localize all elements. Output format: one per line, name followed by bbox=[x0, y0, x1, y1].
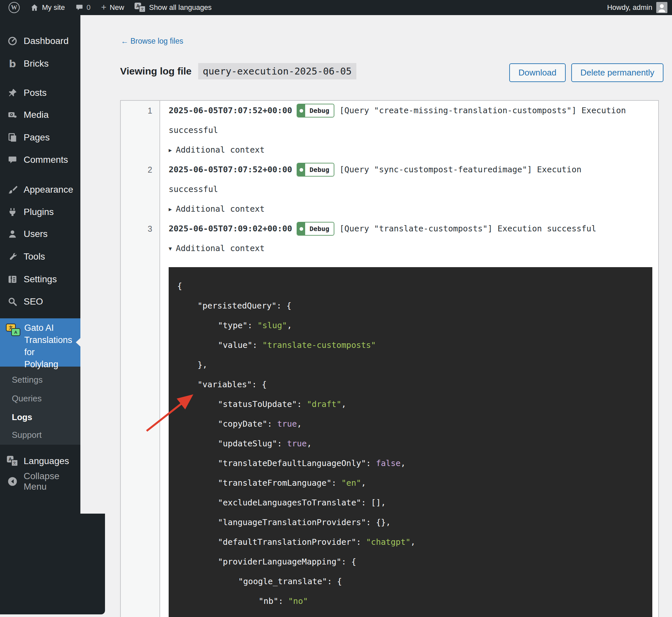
comments-icon bbox=[7, 154, 18, 166]
sidebar-item-comments[interactable]: Comments bbox=[0, 150, 80, 169]
sidebar-item-dashboard[interactable]: Dashboard bbox=[0, 31, 80, 50]
badge-dot-icon bbox=[297, 222, 305, 235]
code-line: "statusToUpdate": "draft", bbox=[169, 395, 652, 414]
log-message: [Query "sync-custompost-featuredimage"] … bbox=[340, 160, 582, 180]
sidebar-item-seo[interactable]: SEO bbox=[0, 292, 80, 311]
sidebar-subitem-queries[interactable]: Queries bbox=[0, 391, 80, 406]
sidebar-item-label: Collapse Menu bbox=[24, 471, 80, 492]
show-all-languages-button[interactable]: A文 Show all languages bbox=[129, 0, 217, 15]
languages-icon: A 文 bbox=[7, 455, 18, 467]
admin-sidebar: Dashboard b Bricks Posts Media Pages Com… bbox=[0, 0, 80, 614]
sidebar-subitem-support[interactable]: Support bbox=[0, 428, 80, 442]
wordpress-logo-button[interactable]: W bbox=[0, 0, 25, 15]
line-number: 1 bbox=[121, 101, 160, 121]
code-line: "excludeLanguagesToTranslate": [], bbox=[169, 493, 652, 512]
additional-context-label: Additional context bbox=[176, 145, 265, 155]
sidebar-item-label: Users bbox=[24, 229, 48, 239]
home-icon bbox=[30, 3, 39, 12]
sidebar-item-label: Pages bbox=[24, 132, 49, 143]
comments-indicator[interactable]: 0 bbox=[70, 0, 96, 15]
plus-icon: + bbox=[101, 3, 106, 12]
log-message-wrap: successful bbox=[169, 180, 654, 199]
sidebar-item-label: Plugins bbox=[24, 207, 54, 217]
download-button[interactable]: Download bbox=[509, 63, 566, 82]
code-line: "defaultTranslationProvider": "chatgpt", bbox=[169, 532, 652, 552]
sidebar-item-appearance[interactable]: Appearance bbox=[0, 180, 80, 199]
sidebar-item-collapse[interactable]: Collapse Menu bbox=[0, 472, 80, 491]
sidebar-subitem-logs[interactable]: Logs bbox=[0, 410, 80, 424]
sidebar-item-label: Media bbox=[24, 110, 48, 120]
log-entry-line: 2025-06-05T07:09:02+00:00Debug[Query "tr… bbox=[169, 219, 654, 239]
wordpress-logo-icon: W bbox=[9, 2, 20, 13]
log-entry-line: 2025-06-05T07:07:52+00:00Debug[Query "cr… bbox=[169, 101, 654, 121]
additional-context-label: Additional context bbox=[176, 204, 265, 214]
sidebar-item-settings[interactable]: Settings bbox=[0, 270, 80, 289]
sidebar-item-languages[interactable]: A 文 Languages bbox=[0, 452, 80, 471]
gato-ai-icon: 文A bbox=[6, 324, 20, 336]
sidebar-item-label: Appearance bbox=[24, 184, 73, 195]
chevron-right-icon: ▶ bbox=[169, 141, 172, 160]
log-timestamp: 2025-06-05T07:09:02+00:00 bbox=[169, 219, 292, 239]
submenu-label: Logs bbox=[12, 412, 32, 422]
badge-dot-icon bbox=[297, 164, 305, 176]
plugin-icon bbox=[7, 206, 18, 218]
code-line: "type": "slug", bbox=[169, 316, 652, 336]
admin-top-bar: W My site 0 + New A文 Show all languages … bbox=[0, 0, 672, 15]
pushpin-icon bbox=[7, 87, 18, 99]
badge-dot-icon bbox=[297, 105, 305, 117]
delete-permanently-button[interactable]: Delete permanently bbox=[571, 63, 663, 82]
magnifier-icon bbox=[7, 296, 18, 307]
sidebar-subitem-settings[interactable]: Settings bbox=[0, 373, 80, 387]
sidebar-item-label: Languages bbox=[24, 456, 69, 466]
additional-context-label: Additional context bbox=[176, 243, 265, 253]
sidebar-item-tools[interactable]: Tools bbox=[0, 247, 80, 266]
plugin-submenu: Settings Queries Logs Support bbox=[0, 367, 80, 445]
media-icon bbox=[7, 109, 18, 121]
code-line: "nb": "no" bbox=[169, 591, 652, 611]
sidebar-item-label: Tools bbox=[24, 251, 45, 262]
sidebar-item-label: Dashboard bbox=[24, 36, 68, 46]
debug-level-badge: Debug bbox=[297, 222, 334, 236]
sidebar-item-gato-ai-translations[interactable]: 文A Gato AI Translations for Polylang bbox=[0, 318, 80, 367]
settings-icon bbox=[7, 273, 18, 285]
log-timestamp: 2025-06-05T07:07:52+00:00 bbox=[169, 160, 292, 180]
log-message-wrap: successful bbox=[169, 121, 654, 140]
line-number: 2 bbox=[121, 160, 160, 180]
log-entry-line: 2025-06-05T07:07:52+00:00Debug[Query "sy… bbox=[169, 160, 654, 180]
code-line: "persistedQuery": { bbox=[169, 296, 652, 316]
code-line: "providerLanguageMapping": { bbox=[169, 552, 652, 572]
page-header: Viewing log file query-execution-2025-06… bbox=[120, 63, 356, 79]
submenu-label: Queries bbox=[12, 394, 42, 403]
sidebar-item-users[interactable]: Users bbox=[0, 224, 80, 243]
browse-log-files-link[interactable]: ← Browse log files bbox=[121, 37, 183, 46]
active-menu-notch bbox=[76, 338, 80, 347]
sidebar-item-posts[interactable]: Posts bbox=[0, 83, 80, 102]
code-line: "copyDate": true, bbox=[169, 414, 652, 434]
show-all-languages-label: Show all languages bbox=[149, 3, 212, 12]
debug-level-badge: Debug bbox=[297, 163, 334, 177]
plugin-label-line: Polylang bbox=[24, 358, 80, 371]
plugin-label-line: Translations for bbox=[24, 334, 80, 358]
sidebar-item-label: Comments bbox=[24, 155, 68, 165]
additional-context-toggle[interactable]: ▶Additional context bbox=[169, 199, 654, 219]
context-json-block: {"persistedQuery": {"type": "slug","valu… bbox=[169, 267, 652, 617]
additional-context-toggle[interactable]: ▶Additional context bbox=[169, 140, 654, 160]
code-line: "variables": { bbox=[169, 375, 652, 395]
additional-context-toggle[interactable]: ▼Additional context bbox=[169, 239, 654, 258]
dashboard-icon bbox=[7, 35, 18, 47]
avatar[interactable] bbox=[656, 2, 667, 13]
sidebar-item-media[interactable]: Media bbox=[0, 106, 80, 125]
my-site-link[interactable]: My site bbox=[25, 0, 70, 15]
sidebar-item-plugins[interactable]: Plugins bbox=[0, 202, 80, 222]
bricks-icon: b bbox=[7, 58, 18, 69]
sidebar-item-label: SEO bbox=[24, 296, 43, 307]
new-content-button[interactable]: + New bbox=[96, 0, 129, 15]
badge-label: Debug bbox=[305, 222, 333, 236]
page-title: Viewing log file bbox=[120, 66, 192, 77]
sidebar-item-pages[interactable]: Pages bbox=[0, 128, 80, 147]
code-line: "google_translate": { bbox=[169, 572, 652, 591]
sidebar-item-bricks[interactable]: b Bricks bbox=[0, 54, 80, 73]
submenu-label: Support bbox=[12, 430, 42, 440]
howdy-admin-label[interactable]: Howdy, admin bbox=[607, 3, 652, 12]
chevron-right-icon: ▶ bbox=[169, 200, 172, 219]
